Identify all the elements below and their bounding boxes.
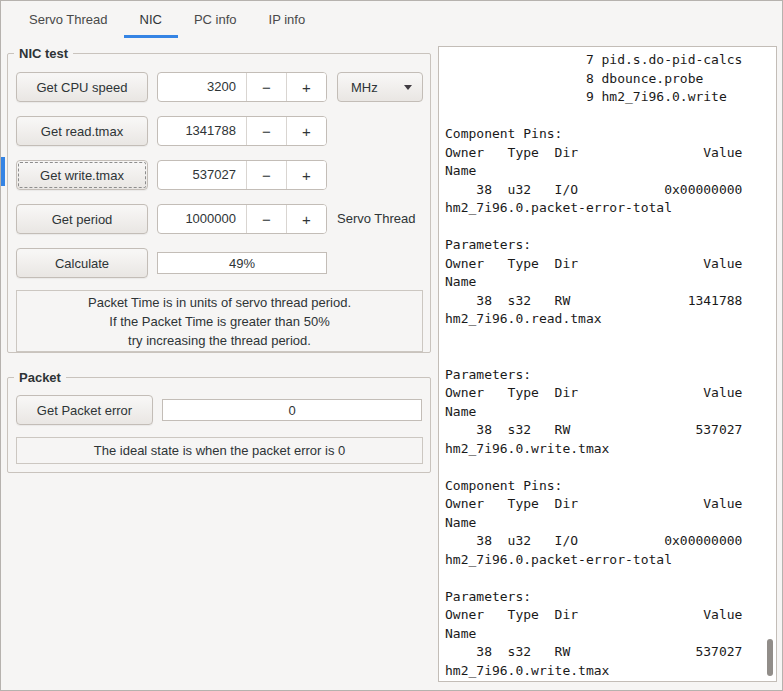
servo-thread-label: Servo Thread xyxy=(337,204,416,234)
plus-icon: + xyxy=(302,79,311,96)
tab-servo-thread-label: Servo Thread xyxy=(29,12,108,27)
vertical-scrollbar-thumb[interactable] xyxy=(767,639,773,676)
plus-icon: + xyxy=(302,167,311,184)
dropdown-arrow-icon xyxy=(404,85,412,90)
tab-ip-info-label: IP info xyxy=(269,12,306,27)
period-decrement-button[interactable]: − xyxy=(246,205,286,233)
tab-ip-info[interactable]: IP info xyxy=(253,1,322,38)
packet-error-field[interactable]: 0 xyxy=(162,399,422,421)
minus-icon: − xyxy=(262,123,271,140)
app-window: Servo Thread NIC PC info IP info NIC tes… xyxy=(0,0,783,691)
tab-nic[interactable]: NIC xyxy=(124,1,178,38)
read-tmax-spinbox: 1341788 − + xyxy=(157,116,327,146)
left-edge-focus-indicator xyxy=(1,157,5,186)
cpu-speed-spinbox: 3200 − + xyxy=(157,72,327,102)
hal-output-panel: 7 pid.s.do-pid-calcs 8 dbounce.probe 9 h… xyxy=(438,46,777,682)
plus-icon: + xyxy=(302,211,311,228)
cpu-speed-unit-dropdown[interactable]: MHz xyxy=(337,72,423,102)
hal-output-text: 7 pid.s.do-pid-calcs 8 dbounce.probe 9 h… xyxy=(439,47,776,680)
cpu-speed-value[interactable]: 3200 xyxy=(158,73,246,101)
active-tab-indicator xyxy=(124,35,178,38)
read-tmax-decrement-button[interactable]: − xyxy=(246,117,286,145)
read-tmax-value[interactable]: 1341788 xyxy=(158,117,246,145)
get-cpu-speed-button[interactable]: Get CPU speed xyxy=(16,72,148,102)
get-write-tmax-button[interactable]: Get write.tmax xyxy=(16,160,148,190)
period-increment-button[interactable]: + xyxy=(286,205,326,233)
calculate-button[interactable]: Calculate xyxy=(16,248,148,278)
packet-time-progress: 49% xyxy=(157,252,327,274)
get-period-button[interactable]: Get period xyxy=(16,204,148,234)
packet-frame: Packet Get Packet error 0 The ideal stat… xyxy=(7,377,431,473)
cpu-speed-increment-button[interactable]: + xyxy=(286,73,326,101)
nic-test-frame: NIC test Get CPU speed 3200 − + MHz Get … xyxy=(7,53,431,353)
tab-bar: Servo Thread NIC PC info IP info xyxy=(1,1,442,38)
minus-icon: − xyxy=(262,211,271,228)
nic-test-frame-title: NIC test xyxy=(14,44,73,64)
period-spinbox: 1000000 − + xyxy=(157,204,327,234)
get-read-tmax-button[interactable]: Get read.tmax xyxy=(16,116,148,146)
minus-icon: − xyxy=(262,167,271,184)
cpu-speed-unit-value: MHz xyxy=(351,80,378,95)
write-tmax-spinbox: 537027 − + xyxy=(157,160,327,190)
write-tmax-increment-button[interactable]: + xyxy=(286,161,326,189)
read-tmax-increment-button[interactable]: + xyxy=(286,117,326,145)
tab-pc-info[interactable]: PC info xyxy=(178,1,253,38)
tab-nic-label: NIC xyxy=(140,12,162,27)
plus-icon: + xyxy=(302,123,311,140)
packet-time-note: Packet Time is in units of servo thread … xyxy=(16,290,423,352)
packet-frame-title: Packet xyxy=(14,368,66,388)
cpu-speed-decrement-button[interactable]: − xyxy=(246,73,286,101)
packet-error-note: The ideal state is when the packet error… xyxy=(16,437,423,464)
get-packet-error-button[interactable]: Get Packet error xyxy=(16,395,153,425)
tab-servo-thread[interactable]: Servo Thread xyxy=(13,1,124,38)
write-tmax-decrement-button[interactable]: − xyxy=(246,161,286,189)
period-value[interactable]: 1000000 xyxy=(158,205,246,233)
minus-icon: − xyxy=(262,79,271,96)
write-tmax-value[interactable]: 537027 xyxy=(158,161,246,189)
tab-pc-info-label: PC info xyxy=(194,12,237,27)
